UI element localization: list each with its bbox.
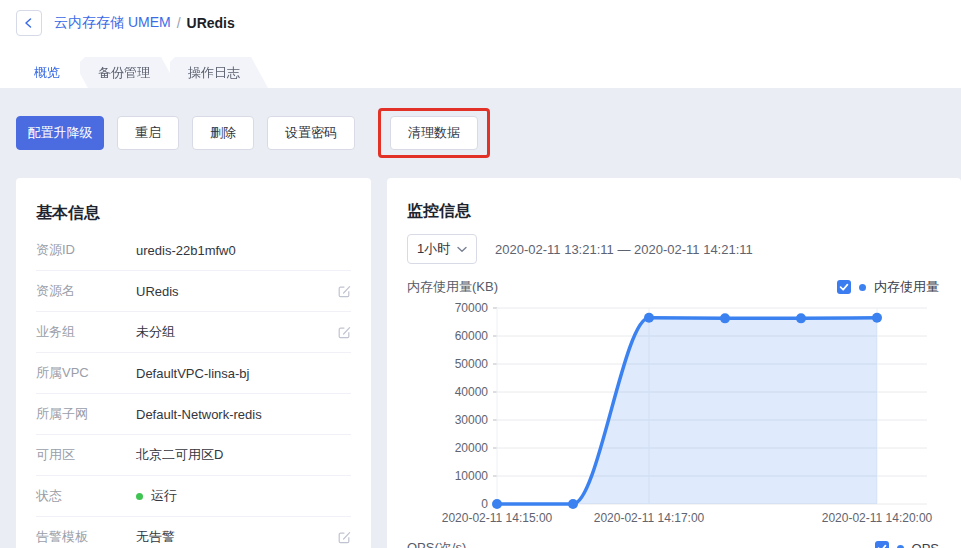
memory-chart-svg: 0100002000030000400005000060000700002020… [407,298,941,530]
qps-legend-checkbox[interactable] [875,541,889,548]
svg-text:50000: 50000 [455,357,489,371]
memory-legend-label: 内存使用量 [874,278,939,296]
info-row-vpc: 所属VPC DefaultVPC-linsa-bj [36,353,351,394]
breadcrumb-separator: / [177,15,181,31]
edit-icon[interactable] [337,284,351,298]
period-select-value: 1小时 [417,240,450,258]
info-label: 状态 [36,487,136,505]
basic-info-title: 基本信息 [36,202,351,224]
tab-overview[interactable]: 概览 [16,57,88,88]
tab-operation-log[interactable]: 操作日志 [170,57,268,88]
svg-text:70000: 70000 [455,301,489,315]
info-row-availability-zone: 可用区 北京二可用区D [36,435,351,476]
info-row-alarm-template: 告警模板 无告警 [36,517,351,548]
back-button[interactable] [16,10,42,36]
qps-legend-dot-icon [897,545,904,548]
info-value: uredis-22b1mfw0 [136,243,236,258]
info-label: 告警模板 [36,528,136,546]
info-value: 北京二可用区D [136,446,223,464]
info-label: 业务组 [36,323,136,341]
status-badge: 运行 [136,487,177,505]
set-password-button[interactable]: 设置密码 [267,116,355,150]
monitor-controls: 1小时 2020-02-11 13:21:11 — 2020-02-11 14:… [407,234,941,264]
edit-icon[interactable] [337,325,351,339]
info-label: 所属子网 [36,405,136,423]
action-toolbar: 配置升降级 重启 删除 设置密码 清理数据 [16,108,961,158]
info-value: Default-Network-redis [136,407,262,422]
qps-legend-label: QPS [912,541,939,548]
info-row-status: 状态 运行 [36,476,351,517]
svg-text:60000: 60000 [455,329,489,343]
period-select[interactable]: 1小时 [407,234,477,264]
qps-chart-title: QPS(次/s) [407,539,466,548]
info-row-resource-name: 资源名 URedis [36,271,351,312]
info-value: 未分组 [136,323,175,341]
status-text: 运行 [151,487,177,505]
qps-chart-legend: QPS [875,541,939,548]
svg-text:2020-02-11 14:17:00: 2020-02-11 14:17:00 [594,511,705,525]
info-label: 资源ID [36,241,136,259]
svg-text:2020-02-11 14:20:00: 2020-02-11 14:20:00 [822,511,933,525]
qps-chart-header: QPS(次/s) QPS [407,539,941,548]
info-value: DefaultVPC-linsa-bj [136,366,249,381]
main-content: 配置升降级 重启 删除 设置密码 清理数据 基本信息 资源ID uredis-2… [0,88,961,548]
svg-text:10000: 10000 [455,469,489,483]
info-row-subnet: 所属子网 Default-Network-redis [36,394,351,435]
memory-chart-legend: 内存使用量 [837,278,939,296]
tab-backup-management[interactable]: 备份管理 [80,57,178,88]
memory-chart: 0100002000030000400005000060000700002020… [407,298,941,533]
info-label: 资源名 [36,282,136,300]
info-row-resource-id: 资源ID uredis-22b1mfw0 [36,230,351,271]
info-value: 无告警 [136,528,175,546]
chevron-down-icon [457,246,467,253]
delete-button[interactable]: 删除 [192,116,254,150]
memory-chart-header: 内存使用量(KB) 内存使用量 [407,278,941,296]
svg-text:2020-02-11 14:15:00: 2020-02-11 14:15:00 [442,511,553,525]
svg-text:40000: 40000 [455,385,489,399]
svg-text:20000: 20000 [455,441,489,455]
memory-legend-checkbox[interactable] [837,280,851,294]
monitor-card: 监控信息 1小时 2020-02-11 13:21:11 — 2020-02-1… [387,178,961,548]
breadcrumb: 云内存存储 UMEM / URedis [54,14,235,32]
edit-icon[interactable] [337,530,351,544]
memory-chart-title: 内存使用量(KB) [407,278,498,296]
basic-info-card: 基本信息 资源ID uredis-22b1mfw0 资源名 URedis 业务组… [16,178,371,548]
tab-bar: 概览 备份管理 操作日志 [0,46,961,88]
monitor-title: 监控信息 [407,200,941,222]
chevron-left-icon [23,17,35,29]
breadcrumb-parent-link[interactable]: 云内存存储 UMEM [54,14,171,32]
svg-text:30000: 30000 [455,413,489,427]
restart-button[interactable]: 重启 [117,116,179,150]
status-running-dot-icon [136,493,143,500]
clear-data-button[interactable]: 清理数据 [390,116,478,150]
svg-text:0: 0 [481,497,488,511]
info-value: URedis [136,284,179,299]
clear-data-highlight-box: 清理数据 [378,108,490,158]
info-label: 可用区 [36,446,136,464]
info-row-business-group: 业务组 未分组 [36,312,351,353]
upgrade-config-button[interactable]: 配置升降级 [16,116,104,150]
basic-info-rows: 资源ID uredis-22b1mfw0 资源名 URedis 业务组 未分组 [36,230,351,548]
breadcrumb-current: URedis [187,15,235,31]
time-range-text: 2020-02-11 13:21:11 — 2020-02-11 14:21:1… [495,242,753,257]
info-label: 所属VPC [36,364,136,382]
page-header: 云内存存储 UMEM / URedis [0,0,961,46]
memory-legend-dot-icon [859,284,866,291]
